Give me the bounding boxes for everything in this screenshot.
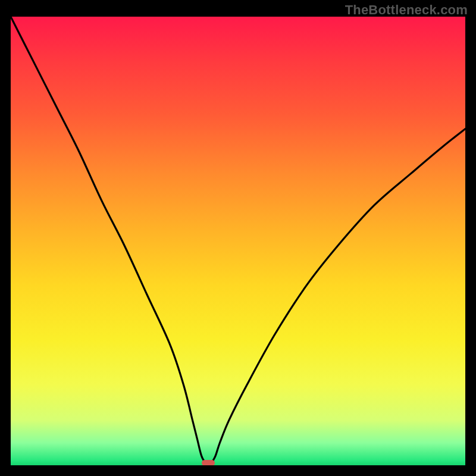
watermark-text: TheBottleneck.com xyxy=(345,2,468,18)
plot-area xyxy=(11,17,465,465)
chart-frame: TheBottleneck.com xyxy=(0,0,476,476)
minimum-marker xyxy=(202,460,215,465)
curve-path xyxy=(11,17,465,464)
bottleneck-curve xyxy=(11,17,465,465)
